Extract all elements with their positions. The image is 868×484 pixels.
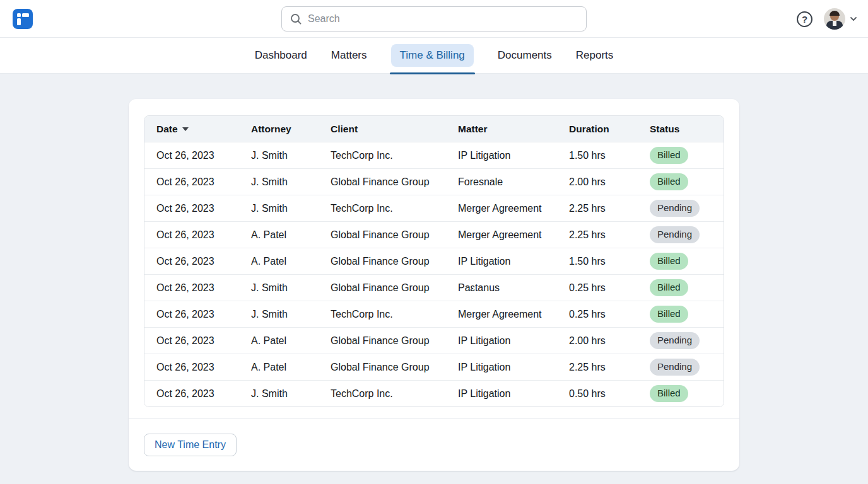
cell-client: Global Finance Group <box>319 362 446 373</box>
table-row[interactable]: Oct 26, 2023J. SmithGlobal Finance Group… <box>144 168 724 195</box>
cell-duration: 2.25 hrs <box>557 229 638 241</box>
column-header-status[interactable]: Status <box>638 124 724 135</box>
cell-date: Oct 26, 2023 <box>144 256 239 267</box>
cell-client: Global Finance Group <box>319 282 446 294</box>
cell-date: Oct 26, 2023 <box>144 388 239 400</box>
cell-duration: 0.25 hrs <box>557 309 638 320</box>
cell-client: TechCorp Inc. <box>319 150 446 161</box>
cell-matter: Foresnale <box>446 176 557 188</box>
table-row[interactable]: Oct 26, 2023A. PatelGlobal Finance Group… <box>144 354 724 380</box>
cell-attorney: J. Smith <box>239 309 319 320</box>
cell-client: Global Finance Group <box>319 229 446 241</box>
cell-matter: IP Litigation <box>446 335 557 347</box>
cell-status: Pending <box>638 200 724 217</box>
cell-attorney: A. Patel <box>239 256 319 267</box>
card-divider <box>129 418 739 419</box>
cell-matter: Paɛtanus <box>446 282 557 294</box>
cell-status: Billed <box>638 306 724 323</box>
cell-status: Pending <box>638 226 724 243</box>
column-header-label: Matter <box>458 124 488 135</box>
cell-matter: IP Litigation <box>446 388 557 400</box>
cell-matter: Merger Agreement <box>446 203 557 214</box>
cell-duration: 2.25 hrs <box>557 362 638 373</box>
table-row[interactable]: Oct 26, 2023A. PatelGlobal Finance Group… <box>144 221 724 248</box>
search-box[interactable] <box>281 6 587 32</box>
cell-date: Oct 26, 2023 <box>144 309 239 320</box>
cell-attorney: J. Smith <box>239 282 319 294</box>
column-header-duration[interactable]: Duration <box>557 124 638 135</box>
time-entries-table: DateAttorneyClientMatterDurationStatus O… <box>144 115 724 407</box>
cell-date: Oct 26, 2023 <box>144 203 239 214</box>
status-badge: Billed <box>650 147 688 164</box>
logo-dot-shape <box>17 13 21 17</box>
status-badge: Billed <box>650 253 688 270</box>
status-badge: Pending <box>650 200 700 217</box>
status-badge: Billed <box>650 173 688 190</box>
tab-documents[interactable]: Documents <box>496 38 553 74</box>
table-row[interactable]: Oct 26, 2023J. SmithTechCorp Inc.IP Liti… <box>144 142 724 168</box>
status-badge: Pending <box>650 332 700 349</box>
table-row[interactable]: Oct 26, 2023A. PatelGlobal Finance Group… <box>144 248 724 274</box>
help-icon[interactable]: ? <box>797 11 812 27</box>
column-header-label: Status <box>650 124 679 135</box>
status-badge: Pending <box>650 359 700 376</box>
cell-client: Global Finance Group <box>319 256 446 267</box>
tab-label: Matters <box>331 44 367 67</box>
table-row[interactable]: Oct 26, 2023J. SmithTechCorp Inc.IP Liti… <box>144 380 724 406</box>
column-header-attorney[interactable]: Attorney <box>239 124 319 135</box>
table-row[interactable]: Oct 26, 2023J. SmithTechCorp Inc.Merger … <box>144 195 724 221</box>
cell-matter: Merger Agreement <box>446 309 557 320</box>
avatar[interactable] <box>824 8 845 30</box>
table-row[interactable]: Oct 26, 2023A. PatelGlobal Finance Group… <box>144 327 724 354</box>
status-badge: Billed <box>650 279 688 296</box>
cell-status: Pending <box>638 359 724 376</box>
column-header-date[interactable]: Date <box>144 124 239 135</box>
tab-label: Dashboard <box>255 44 307 67</box>
cell-date: Oct 26, 2023 <box>144 176 239 188</box>
cell-attorney: J. Smith <box>239 388 319 400</box>
cell-date: Oct 26, 2023 <box>144 150 239 161</box>
time-entries-card: DateAttorneyClientMatterDurationStatus O… <box>129 99 739 471</box>
tab-dashboard[interactable]: Dashboard <box>254 38 308 74</box>
cell-status: Billed <box>638 253 724 270</box>
tab-reports[interactable]: Reports <box>575 38 615 74</box>
column-header-matter[interactable]: Matter <box>446 124 557 135</box>
cell-attorney: J. Smith <box>239 203 319 214</box>
column-header-label: Attorney <box>251 124 291 135</box>
tab-label: Documents <box>498 44 552 67</box>
new-time-entry-button[interactable]: New Time Entry <box>144 434 237 456</box>
table-row[interactable]: Oct 26, 2023J. SmithTechCorp Inc.Merger … <box>144 301 724 327</box>
table-header-row: DateAttorneyClientMatterDurationStatus <box>144 116 724 142</box>
cell-date: Oct 26, 2023 <box>144 335 239 347</box>
cell-status: Billed <box>638 279 724 296</box>
cell-client: TechCorp Inc. <box>319 309 446 320</box>
cell-matter: IP Litigation <box>446 150 557 161</box>
cell-duration: 2.25 hrs <box>557 203 638 214</box>
main-content: DateAttorneyClientMatterDurationStatus O… <box>0 99 868 471</box>
search-input[interactable] <box>308 13 578 25</box>
app-logo[interactable] <box>13 9 33 29</box>
tab-label: Time & Billing <box>391 44 474 67</box>
cell-status: Pending <box>638 332 724 349</box>
cell-attorney: J. Smith <box>239 176 319 188</box>
cell-client: Global Finance Group <box>319 176 446 188</box>
chevron-down-icon[interactable] <box>849 14 858 23</box>
cell-client: TechCorp Inc. <box>319 388 446 400</box>
tab-matters[interactable]: Matters <box>330 38 368 74</box>
tab-time-billing[interactable]: Time & Billing <box>390 38 475 74</box>
cell-attorney: J. Smith <box>239 150 319 161</box>
cell-date: Oct 26, 2023 <box>144 362 239 373</box>
column-header-label: Date <box>156 124 178 135</box>
topbar-right: ? <box>797 0 858 38</box>
cell-duration: 2.00 hrs <box>557 176 638 188</box>
column-header-client[interactable]: Client <box>319 124 446 135</box>
sort-desc-icon <box>182 127 189 131</box>
column-header-label: Duration <box>569 124 609 135</box>
cell-date: Oct 26, 2023 <box>144 282 239 294</box>
cell-attorney: A. Patel <box>239 335 319 347</box>
main-nav: DashboardMattersTime & BillingDocumentsR… <box>0 38 868 74</box>
cell-duration: 1.50 hrs <box>557 150 638 161</box>
user-menu[interactable] <box>824 8 858 30</box>
cell-status: Billed <box>638 173 724 190</box>
table-row[interactable]: Oct 26, 2023J. SmithGlobal Finance Group… <box>144 274 724 301</box>
